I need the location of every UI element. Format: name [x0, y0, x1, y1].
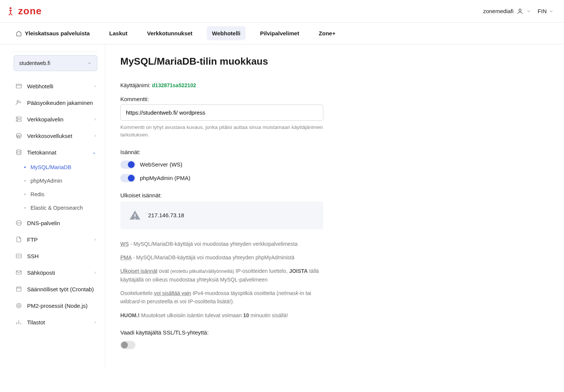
sidebar-item-dns[interactable]: DNS DNS-palvelin	[14, 215, 97, 231]
toggle-phpmyadmin[interactable]	[120, 174, 135, 182]
user-menu[interactable]: zonemediafi	[483, 8, 531, 15]
sidebar-item-webhosting[interactable]: Webhotelli ›	[14, 78, 97, 94]
nav-zoneplus[interactable]: Zone+	[314, 23, 341, 44]
pma-text: - MySQL/MariaDB-käyttäjä voi muodostaa y…	[132, 254, 294, 260]
nav-webhosting[interactable]: Webhotelli	[207, 26, 246, 40]
sidebar-item-label: SSH	[27, 253, 39, 259]
dns-icon: DNS	[15, 219, 23, 227]
bars-icon	[15, 318, 23, 326]
sidebar-item-crontab[interactable]: Säännölliset työt (Crontab)	[14, 281, 97, 297]
addr-t3: -in tai	[298, 290, 311, 296]
person-plus-icon	[15, 99, 23, 106]
nav-label: Laskut	[109, 30, 127, 36]
ext-t1: ovat	[158, 268, 170, 274]
topbar: zone zonemediafi FIN	[0, 0, 564, 23]
domain-selector[interactable]: studentweb.fi	[14, 55, 97, 71]
sidebar-item-ssh[interactable]: SSH SSH	[14, 248, 97, 264]
svg-rect-2	[16, 84, 21, 88]
sidebar-sub-mysql[interactable]: MySQL/MariaDB	[23, 160, 97, 174]
sidebar-item-label: Tietokannat	[27, 149, 56, 156]
sidebar-item-apps[interactable]: Verkkosovellukset ›	[14, 127, 97, 144]
sidebar-item-stats[interactable]: Tilastot ›	[14, 314, 97, 330]
comment-label: Kommentti:	[120, 96, 444, 102]
addr-t4: -in perusteella ei voi IP-osoitteita lis…	[139, 298, 234, 304]
comment-input[interactable]	[120, 104, 323, 121]
window-icon	[15, 82, 23, 90]
sidebar-sub-phpmyadmin[interactable]: phpMyAdmin	[23, 174, 97, 188]
server-icon	[15, 115, 23, 123]
ws-abbr: WS	[120, 241, 129, 247]
sidebar-sub-redis[interactable]: Redis	[23, 188, 97, 201]
sidebar-item-ftp[interactable]: FTP ›	[14, 231, 97, 248]
toggle-ssl[interactable]	[120, 341, 135, 349]
sidebar-item-label: Pääsyoikeuden jakaminen	[27, 100, 93, 106]
sidebar-item-label: Säännölliset työt (Crontab)	[27, 286, 94, 292]
chevron-down-icon	[87, 61, 92, 65]
comment-help: Kommentti on lyhyt avustava kuvaus, jonk…	[120, 124, 323, 139]
sidebar-sub-label: Elastic & Opensearch	[30, 205, 83, 211]
username-label: Käyttäjänimi:	[120, 82, 150, 88]
page-title: MySQL/MariaDB-tilin muokkaus	[120, 56, 444, 67]
sidebar-sub-label: phpMyAdmin	[30, 178, 62, 184]
logo[interactable]: zone	[5, 5, 42, 17]
sidebar-item-label: Verkkosovellukset	[27, 133, 72, 139]
ext-t2: IP-osoitteiden luettelo,	[234, 268, 289, 274]
sidebar-item-label: Sähköposti	[27, 269, 55, 276]
info-block: WS - MySQL/MariaDB-käyttäjä voi muodosta…	[120, 240, 331, 320]
sidebar-item-label: Webhotelli	[27, 83, 53, 89]
svg-point-3	[17, 100, 19, 102]
svg-point-7	[17, 120, 18, 121]
language-label: FIN	[538, 8, 547, 14]
toggle-webserver[interactable]	[120, 160, 135, 169]
svg-point-0	[9, 7, 11, 9]
svg-rect-14	[16, 271, 21, 274]
sidebar-sub-elastic[interactable]: Elastic & Opensearch	[23, 201, 97, 215]
external-hosts-alert: 217.146.73.18	[120, 201, 323, 229]
sidebar-item-access[interactable]: Pääsyoikeuden jakaminen	[14, 94, 97, 111]
sidebar-sub-label: Redis	[30, 191, 44, 197]
main-nav: Yleiskatsaus palveluista Laskut Verkkotu…	[0, 23, 564, 44]
main-content: MySQL/MariaDB-tilin muokkaus Käyttäjänim…	[105, 44, 459, 369]
file-icon	[15, 236, 23, 243]
chevron-right-icon: ›	[94, 319, 96, 325]
sidebar-item-email[interactable]: Sähköposti ›	[14, 264, 97, 281]
username-display: zonemediafi	[483, 8, 514, 14]
sidebar: studentweb.fi Webhotelli › Pääsyoikeuden…	[0, 44, 105, 369]
ws-text: - MySQL/MariaDB-käyttäjä voi muodostaa y…	[129, 241, 298, 247]
addr-em1: netmask	[278, 290, 298, 296]
nav-invoices[interactable]: Laskut	[104, 23, 133, 44]
note-t2: minuutin sisällä!	[249, 312, 288, 318]
sidebar-item-label: PM2-prosessit (Node.js)	[27, 303, 88, 309]
nav-label: Verkkotunnukset	[147, 30, 193, 36]
svg-point-1	[519, 9, 521, 11]
sidebar-item-pm2[interactable]: PM2-prosessit (Node.js)	[14, 297, 97, 314]
svg-point-6	[17, 118, 18, 118]
svg-point-16	[17, 303, 21, 308]
note-b1: HUOM.!	[120, 312, 139, 318]
svg-rect-15	[17, 287, 21, 291]
chevron-right-icon: ›	[94, 83, 96, 89]
sidebar-item-label: Verkkopalvelin	[27, 116, 64, 123]
addr-t2: IPv4-muodossa täyspitkiä osoitteita (	[191, 290, 278, 296]
nav-label: Pilvipalvelimet	[260, 30, 299, 36]
chevron-right-icon: ›	[94, 133, 96, 138]
nav-label: Webhotelli	[212, 30, 241, 36]
nav-domains[interactable]: Verkkotunnukset	[142, 23, 198, 44]
svg-point-17	[18, 305, 20, 307]
nav-cloud[interactable]: Pilvipalvelimet	[255, 23, 304, 44]
ext-abbr: Ulkoiset isännät	[120, 268, 158, 274]
user-icon	[517, 8, 523, 15]
external-ip: 217.146.73.18	[148, 212, 184, 218]
chevron-right-icon: ›	[94, 270, 96, 275]
sidebar-item-label: DNS-palvelin	[27, 220, 60, 226]
sidebar-item-server[interactable]: Verkkopalvelin ›	[14, 111, 97, 127]
sidebar-item-label: Tilastot	[27, 319, 45, 325]
language-menu[interactable]: FIN	[538, 8, 553, 14]
terminal-icon: SSH	[15, 252, 23, 260]
logo-text: zone	[18, 5, 42, 17]
svg-text:DNS: DNS	[17, 222, 21, 224]
chevron-down-icon: ⌄	[92, 150, 96, 155]
sidebar-item-databases[interactable]: Tietokannat ⌄	[14, 144, 97, 160]
addr-t1: Osoiteluettelo	[120, 290, 154, 296]
nav-overview[interactable]: Yleiskatsaus palveluista	[11, 23, 95, 44]
